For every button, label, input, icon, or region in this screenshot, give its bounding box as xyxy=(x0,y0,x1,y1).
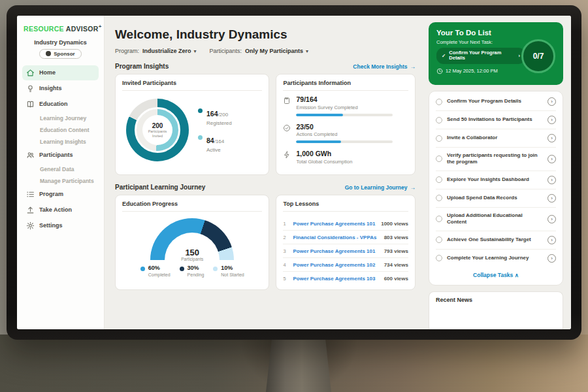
sidebar-item-manage-participants[interactable]: Manage Participants xyxy=(22,175,99,187)
task-open-button[interactable]: › xyxy=(547,176,556,184)
sidebar-item-program[interactable]: Program xyxy=(22,187,99,202)
task-checkbox[interactable] xyxy=(436,117,442,123)
lesson-link[interactable]: Power Purchase Agreements 101 xyxy=(293,248,379,254)
task-checkbox[interactable] xyxy=(436,216,442,222)
sidebar-item-learning-insights[interactable]: Learning Insights xyxy=(22,136,99,148)
collapse-label: Collapse Tasks xyxy=(473,272,513,278)
task-row-verify-participants[interactable]: Verify participants requesting to join t… xyxy=(436,148,556,171)
education-gauge-chart: 150 Participants xyxy=(150,218,234,260)
lesson-link[interactable]: Power Purchase Agreements 103 xyxy=(293,276,379,282)
participants-filter[interactable]: Participants: Only My Participants ▾ xyxy=(210,48,309,54)
lesson-row: 2 Financial Considerations - VPPAs 803 v… xyxy=(283,231,408,244)
lesson-link[interactable]: Power Purchase Agreements 101 xyxy=(293,221,376,227)
sidebar-item-education-content[interactable]: Education Content xyxy=(22,124,99,136)
task-row-achieve-target[interactable]: Achieve One Sustainability Target › xyxy=(436,231,556,250)
lesson-link[interactable]: Financial Considerations - VPPAs xyxy=(293,235,379,240)
sidebar: RESOURCE ADVISOR+ Industry Dynamics Spon… xyxy=(17,16,105,329)
sidebar-item-participants[interactable]: Participants xyxy=(22,148,99,163)
task-checkbox[interactable] xyxy=(436,255,442,261)
card-title: Invited Participants xyxy=(122,80,262,91)
chevron-right-icon: › xyxy=(551,255,553,261)
task-row-upload-educational-content[interactable]: Upload Additional Educational Content › xyxy=(436,208,556,231)
task-open-button[interactable]: › xyxy=(547,134,556,142)
task-checkbox[interactable] xyxy=(436,135,442,142)
sidebar-item-learning-journey[interactable]: Learning Journey xyxy=(22,112,99,124)
progress-fill xyxy=(296,140,340,143)
sidebar-item-general-data[interactable]: General Data xyxy=(22,163,99,175)
clock-icon xyxy=(436,68,443,74)
sidebar-item-settings[interactable]: Settings xyxy=(22,218,99,233)
metric-emission-survey: 79/164 Emission Survey Completed xyxy=(283,96,408,116)
sidebar-item-take-action[interactable]: Take Action xyxy=(22,203,99,218)
task-row-explore-insights[interactable]: Explore Your Insights Dashboard › xyxy=(436,171,556,189)
monitor-stand xyxy=(265,337,332,392)
bolt-icon xyxy=(283,151,291,159)
lesson-link[interactable]: Power Purchase Agreements 102 xyxy=(293,262,379,268)
task-checkbox[interactable] xyxy=(436,155,442,162)
task-row-invite-collaborator[interactable]: Invite a Collaborator › xyxy=(436,129,556,148)
legend-dot-active xyxy=(198,135,203,140)
gear-icon xyxy=(26,221,35,230)
active-value: 84 xyxy=(206,137,214,144)
go-to-learning-journey-link[interactable]: Go to Learning Journey → xyxy=(345,184,416,191)
task-row-send-invitations[interactable]: Send 50 Invitations to Participants › xyxy=(436,111,556,129)
sponsor-badge[interactable]: Sponsor xyxy=(39,49,81,59)
task-row-confirm-program[interactable]: Confirm Your Program Details › xyxy=(436,93,556,111)
lesson-rank: 2 xyxy=(283,235,288,240)
task-open-button[interactable]: › xyxy=(547,215,556,223)
book-icon xyxy=(26,100,35,108)
logo-primary: RESOURCE xyxy=(24,25,64,33)
task-open-button[interactable]: › xyxy=(547,97,556,106)
task-open-button[interactable]: › xyxy=(547,236,556,244)
task-checkbox[interactable] xyxy=(436,237,442,243)
chevron-right-icon: › xyxy=(551,156,553,162)
collapse-caret-icon: ∧ xyxy=(515,272,519,278)
lesson-row: 5 Power Purchase Agreements 103 600 view… xyxy=(283,272,408,285)
sidebar-item-insights[interactable]: Insights xyxy=(22,81,99,96)
task-checkbox[interactable] xyxy=(436,176,442,183)
task-checkbox[interactable] xyxy=(436,99,442,105)
sponsor-label: Sponsor xyxy=(54,51,74,57)
task-checkbox[interactable] xyxy=(436,195,442,201)
task-open-button[interactable]: › xyxy=(547,254,556,263)
program-filter-value: Industrialize Zero xyxy=(142,48,191,54)
program-filter-label: Program: xyxy=(115,48,139,54)
next-task-pill[interactable]: ✓ Confirm Your Program Details › xyxy=(436,48,525,64)
check-more-insights-link[interactable]: Check More Insights → xyxy=(353,63,416,70)
collapse-tasks-link[interactable]: Collapse Tasks ∧ xyxy=(436,267,556,284)
sidebar-item-label: Manage Participants xyxy=(40,178,94,184)
education-progress-card: Education Progress 150 Participants xyxy=(115,195,269,290)
legend-value: 30% xyxy=(188,265,204,271)
lesson-row: 1 Power Purchase Agreements 101 1000 vie… xyxy=(283,217,408,231)
card-title: Participants Information xyxy=(283,80,408,91)
recent-news-title: Recent News xyxy=(436,297,472,303)
task-open-button[interactable]: › xyxy=(547,155,556,163)
next-task-label: Confirm Your Program Details xyxy=(449,50,515,61)
program-filter[interactable]: Program: Industrialize Zero ▾ xyxy=(115,48,197,54)
legend-item-registered: 164/200 Registered xyxy=(198,107,232,126)
todo-panel: Your To Do List Complete Your Next Task:… xyxy=(423,16,571,329)
upload-arrow-icon xyxy=(26,206,35,214)
task-open-button[interactable]: › xyxy=(547,116,556,124)
gauge-center: 150 Participants xyxy=(150,248,234,261)
recent-news-header: Recent News xyxy=(429,291,563,329)
participants-information-card: Participants Information 79/164 Emission… xyxy=(276,74,416,175)
section-title: Participant Learning Journey xyxy=(115,184,205,191)
program-insights-header: Program Insights Check More Insights → xyxy=(115,63,416,70)
legend-item-completed: 60% Completed xyxy=(140,265,171,277)
progress-fill xyxy=(296,114,342,116)
task-row-complete-learning-journey[interactable]: Complete Your Learning Journey › xyxy=(436,250,556,267)
lesson-rank: 4 xyxy=(283,262,288,268)
arrow-right-icon: → xyxy=(410,63,416,70)
legend-label: Completed xyxy=(148,272,171,277)
progress-track xyxy=(296,140,393,143)
monitor-bezel: RESOURCE ADVISOR+ Industry Dynamics Spon… xyxy=(7,5,581,340)
participants-filter-label: Participants: xyxy=(210,48,242,54)
sidebar-item-home[interactable]: Home xyxy=(22,65,99,80)
task-open-button[interactable]: › xyxy=(547,194,556,203)
chevron-right-icon: › xyxy=(551,177,553,183)
task-row-upload-spend-data[interactable]: Upload Spend Data Records › xyxy=(436,189,556,208)
sidebar-item-label: Learning Journey xyxy=(40,115,86,122)
registered-value: 164 xyxy=(206,110,218,118)
sidebar-item-education[interactable]: Education xyxy=(22,97,99,112)
